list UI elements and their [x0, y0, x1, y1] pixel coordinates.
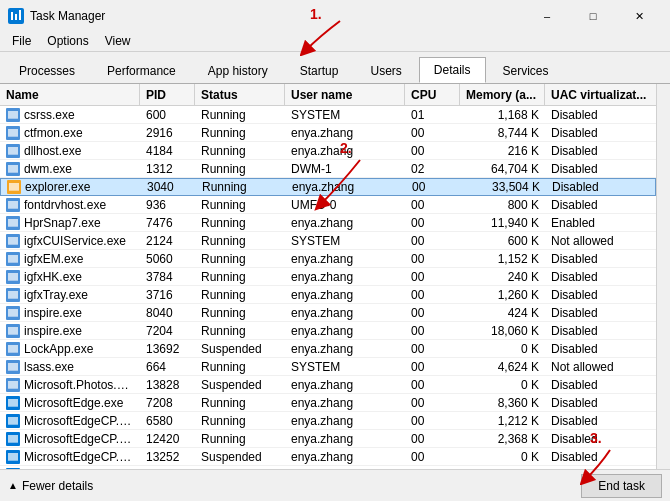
table-row[interactable]: MicrosoftEdge.exe 7208 Running enya.zhan…: [0, 394, 656, 412]
col-status[interactable]: Status: [195, 84, 285, 105]
table-row[interactable]: igfxEM.exe 5060 Running enya.zhang 00 1,…: [0, 250, 656, 268]
menu-file[interactable]: File: [4, 32, 39, 50]
svg-rect-24: [8, 226, 18, 227]
svg-rect-5: [8, 111, 18, 118]
cell-name: inspire.exe: [0, 304, 140, 321]
tab-bar: Processes Performance App history Startu…: [0, 52, 670, 84]
svg-rect-15: [8, 172, 18, 173]
cell-status: Running: [195, 466, 285, 469]
close-button[interactable]: ✕: [616, 1, 662, 31]
col-user[interactable]: User name: [285, 84, 405, 105]
tab-processes[interactable]: Processes: [4, 57, 90, 83]
col-memory[interactable]: Memory (a...: [460, 84, 545, 105]
cell-user: enya.zhang: [285, 124, 405, 141]
menu-options[interactable]: Options: [39, 32, 96, 50]
tab-services[interactable]: Services: [488, 57, 564, 83]
window-controls: – □ ✕: [524, 1, 662, 31]
cell-status: Running: [195, 142, 285, 159]
cell-name: HprSnap7.exe: [0, 214, 140, 231]
cell-cpu: 00: [405, 322, 460, 339]
scrollbar[interactable]: [656, 84, 670, 469]
table-row[interactable]: MicrosoftEdgeCP.exe 6580 Running enya.zh…: [0, 412, 656, 430]
menu-bar: File Options View: [0, 30, 670, 52]
svg-rect-2: [15, 14, 17, 20]
table-row[interactable]: HprSnap7.exe 7476 Running enya.zhang 00 …: [0, 214, 656, 232]
col-uac[interactable]: UAC virtualizat...: [545, 84, 656, 105]
cell-cpu: 00: [405, 232, 460, 249]
table-row[interactable]: fontdrvhost.exe 936 Running UMFD-0 00 80…: [0, 196, 656, 214]
cell-uac: Disabled: [545, 160, 656, 177]
tab-startup[interactable]: Startup: [285, 57, 354, 83]
cell-user: enya.zhang: [285, 286, 405, 303]
end-task-button[interactable]: End task: [581, 474, 662, 498]
cell-memory: 216 K: [460, 142, 545, 159]
col-cpu[interactable]: CPU: [405, 84, 460, 105]
col-name[interactable]: Name: [0, 84, 140, 105]
cell-name: igfxTray.exe: [0, 286, 140, 303]
table-row[interactable]: csrss.exe 600 Running SYSTEM 01 1,168 K …: [0, 106, 656, 124]
restore-button[interactable]: □: [570, 1, 616, 31]
title-bar: Task Manager – □ ✕: [0, 0, 670, 30]
cell-user: enya.zhang: [285, 340, 405, 357]
table-row[interactable]: igfxHK.exe 3784 Running enya.zhang 00 24…: [0, 268, 656, 286]
process-icon: [6, 342, 20, 356]
table-row[interactable]: inspire.exe 7204 Running enya.zhang 00 1…: [0, 322, 656, 340]
table-row[interactable]: inspire.exe 8040 Running enya.zhang 00 4…: [0, 304, 656, 322]
table-row[interactable]: MicrosoftEdgeCP.exe 13252 Suspended enya…: [0, 448, 656, 466]
cell-uac: Disabled: [545, 448, 656, 465]
svg-rect-1: [11, 12, 13, 20]
cell-user: enya.zhang: [285, 214, 405, 231]
process-icon: [6, 360, 20, 374]
table-row[interactable]: lsass.exe 664 Running SYSTEM 00 4,624 K …: [0, 358, 656, 376]
table-row[interactable]: dwm.exe 1312 Running DWM-1 02 64,704 K D…: [0, 160, 656, 178]
table-row[interactable]: MicrosoftEdge.exe 11648 Running enya.zha…: [0, 466, 656, 469]
tab-details[interactable]: Details: [419, 57, 486, 83]
cell-name: fontdrvhost.exe: [0, 196, 140, 213]
cell-memory: 1,168 K: [460, 106, 545, 123]
table-row[interactable]: MicrosoftEdgeCP.exe 12420 Running enya.z…: [0, 430, 656, 448]
process-icon: [6, 378, 20, 392]
menu-view[interactable]: View: [97, 32, 139, 50]
cell-user: enya.zhang: [285, 466, 405, 469]
table-row[interactable]: igfxTray.exe 3716 Running enya.zhang 00 …: [0, 286, 656, 304]
cell-pid: 6580: [140, 412, 195, 429]
cell-cpu: 01: [405, 106, 460, 123]
tab-app-history[interactable]: App history: [193, 57, 283, 83]
cell-cpu: 02: [405, 160, 460, 177]
cell-uac: Disabled: [545, 430, 656, 447]
cell-status: Running: [195, 106, 285, 123]
cell-user: SYSTEM: [285, 232, 405, 249]
cell-cpu: 00: [405, 466, 460, 469]
cell-cpu: 00: [405, 430, 460, 447]
tab-performance[interactable]: Performance: [92, 57, 191, 83]
cell-pid: 13252: [140, 448, 195, 465]
table-row[interactable]: igfxCUIService.exe 2124 Running SYSTEM 0…: [0, 232, 656, 250]
tab-users[interactable]: Users: [355, 57, 416, 83]
svg-rect-53: [8, 399, 18, 406]
cell-user: enya.zhang: [285, 430, 405, 447]
svg-rect-63: [8, 460, 18, 461]
svg-rect-56: [8, 417, 18, 424]
cell-name: igfxCUIService.exe: [0, 232, 140, 249]
minimize-button[interactable]: –: [524, 1, 570, 31]
cell-name: dllhost.exe: [0, 142, 140, 159]
cell-memory: 4,624 K: [460, 358, 545, 375]
cell-uac: Disabled: [545, 322, 656, 339]
process-icon: [6, 234, 20, 248]
cell-memory: 64,704 K: [460, 160, 545, 177]
cell-user: enya.zhang: [285, 142, 405, 159]
col-pid[interactable]: PID: [140, 84, 195, 105]
table-row[interactable]: dllhost.exe 4184 Running enya.zhang 00 2…: [0, 142, 656, 160]
fewer-details-button[interactable]: ▲ Fewer details: [8, 479, 93, 493]
table-row[interactable]: explorer.exe 3040 Running enya.zhang 00 …: [0, 178, 656, 196]
table-row[interactable]: LockApp.exe 13692 Suspended enya.zhang 0…: [0, 340, 656, 358]
svg-rect-51: [8, 388, 18, 389]
cell-status: Running: [195, 394, 285, 411]
table-row[interactable]: Microsoft.Photos.exe 13828 Suspended eny…: [0, 376, 656, 394]
cell-uac: Disabled: [545, 376, 656, 393]
table-body: csrss.exe 600 Running SYSTEM 01 1,168 K …: [0, 106, 656, 469]
svg-rect-57: [8, 424, 18, 425]
cell-user: enya.zhang: [286, 179, 406, 195]
task-manager-icon: [8, 8, 24, 24]
table-row[interactable]: ctfmon.exe 2916 Running enya.zhang 00 8,…: [0, 124, 656, 142]
